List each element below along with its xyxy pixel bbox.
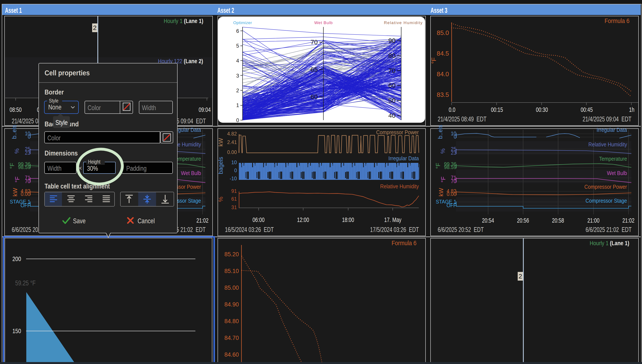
svg-text:40: 40: [388, 112, 396, 119]
svg-text:°F: °F: [431, 57, 437, 64]
svg-text:3: 3: [236, 73, 239, 78]
svg-text:50: 50: [388, 97, 396, 104]
svg-text:6: 6: [236, 28, 239, 34]
svg-text:Wet Bulb: Wet Bulb: [314, 20, 333, 25]
svg-text:83.5: 83.5: [437, 91, 449, 98]
svg-text:85.0: 85.0: [437, 29, 449, 36]
svg-text:70: 70: [311, 38, 318, 46]
svg-text:1: 1: [236, 102, 239, 108]
svg-text:60: 60: [311, 93, 318, 100]
svg-text:80: 80: [388, 52, 396, 59]
svg-text:Optimizer: Optimizer: [233, 20, 252, 25]
svg-text:0: 0: [236, 117, 239, 123]
svg-text:70: 70: [388, 67, 396, 74]
svg-text:84.0: 84.0: [437, 70, 449, 78]
svg-text:2: 2: [236, 88, 239, 94]
svg-text:84.5: 84.5: [437, 50, 449, 57]
svg-text:65: 65: [311, 66, 318, 73]
svg-text:60: 60: [388, 82, 396, 89]
svg-text:90: 90: [388, 37, 396, 44]
svg-text:4: 4: [236, 58, 239, 64]
svg-text:5: 5: [236, 43, 239, 49]
